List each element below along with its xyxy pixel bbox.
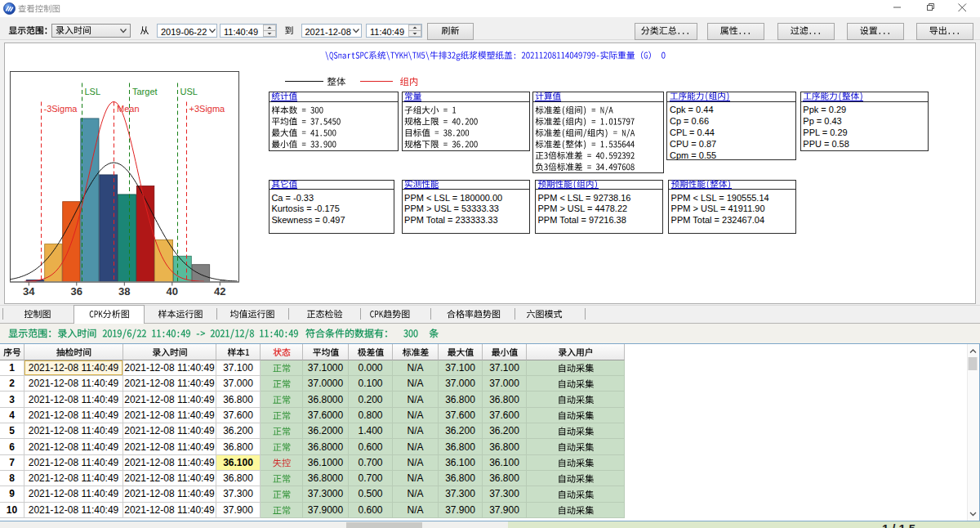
svg-text:Mean: Mean	[117, 104, 140, 114]
svg-text:36: 36	[71, 285, 82, 298]
svg-text:-3Sigma: -3Sigma	[44, 104, 78, 114]
svg-text:LSL: LSL	[85, 87, 101, 96]
svg-text:42: 42	[214, 285, 225, 298]
svg-text:Target: Target	[132, 87, 158, 96]
svg-text:38: 38	[118, 285, 130, 298]
svg-text:40: 40	[167, 285, 178, 298]
svg-text:34: 34	[23, 285, 35, 298]
svg-text:USL: USL	[180, 87, 198, 96]
svg-text:+3Sigma: +3Sigma	[189, 104, 226, 114]
